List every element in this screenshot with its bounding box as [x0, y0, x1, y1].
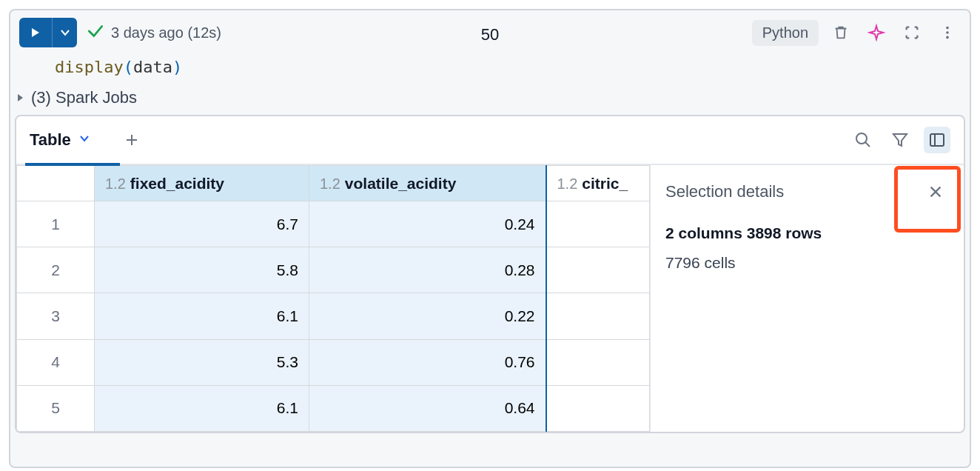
cell[interactable]: 0.28 [309, 247, 546, 293]
cell[interactable] [546, 385, 650, 431]
selection-panel: Selection details 2 columns 3898 rows 77… [650, 165, 964, 432]
more-button[interactable] [934, 19, 961, 46]
row-number: 3 [17, 293, 95, 339]
run-button[interactable] [19, 18, 52, 47]
spark-jobs-toggle[interactable]: (3) Spark Jobs [10, 84, 970, 115]
status-block: 3 days ago (12s) [86, 21, 221, 44]
svg-rect-4 [930, 134, 944, 146]
selection-title: Selection details [665, 182, 784, 201]
table-row[interactable]: 5 6.1 0.64 [17, 385, 650, 431]
svg-point-3 [856, 133, 867, 144]
cell[interactable] [546, 247, 650, 293]
code-line[interactable]: display(data) [10, 55, 970, 84]
chevron-down-icon [78, 133, 90, 147]
table-row[interactable]: 1 6.7 0.24 [17, 201, 650, 247]
run-menu-button[interactable] [52, 18, 77, 47]
code-func: display [55, 58, 124, 76]
cell[interactable] [546, 293, 650, 339]
code-var: data [133, 58, 172, 76]
type-label: 1.2 [105, 176, 126, 192]
cell[interactable]: 5.8 [95, 247, 309, 293]
cell-toolbar: 3 days ago (12s) 50 Python [10, 10, 970, 55]
column-name: citric_ [582, 175, 628, 192]
type-label: 1.2 [320, 176, 340, 192]
type-label: 1.2 [557, 176, 578, 192]
row-number: 2 [17, 247, 95, 293]
column-header[interactable]: 1.2volatile_acidity [309, 166, 546, 201]
filter-button[interactable] [887, 127, 913, 153]
language-badge[interactable]: Python [752, 20, 819, 46]
run-button-group [19, 18, 77, 47]
cell[interactable] [546, 201, 650, 247]
check-icon [86, 21, 105, 44]
column-header[interactable]: 1.2fixed_acidity [95, 166, 309, 201]
status-text: 3 days ago (12s) [111, 24, 221, 41]
spark-jobs-label: (3) Spark Jobs [31, 88, 137, 107]
table-row[interactable]: 3 6.1 0.22 [17, 293, 650, 339]
column-header[interactable]: 1.2citric_ [546, 166, 650, 201]
assistant-button[interactable] [863, 19, 890, 46]
expand-button[interactable] [899, 19, 925, 46]
cell[interactable]: 6.1 [95, 293, 309, 339]
cell[interactable]: 6.1 [95, 385, 309, 431]
cell[interactable]: 0.24 [309, 201, 546, 247]
row-number: 1 [17, 201, 95, 247]
column-name: volatile_acidity [345, 175, 457, 192]
table-row[interactable]: 2 5.8 0.28 [17, 247, 650, 293]
selection-cells: 7796 cells [665, 254, 949, 272]
column-name: fixed_acidity [130, 175, 224, 192]
search-button[interactable] [850, 127, 876, 153]
cell[interactable] [546, 339, 650, 385]
delete-button[interactable] [828, 19, 854, 46]
paren-open: ( [124, 58, 133, 76]
table-row[interactable]: 4 5.3 0.76 [17, 339, 650, 385]
selection-summary: 2 columns 3898 rows [665, 224, 949, 242]
cell[interactable]: 0.64 [309, 385, 546, 431]
svg-point-1 [946, 31, 949, 34]
row-number: 5 [17, 385, 95, 431]
triangle-right-icon [15, 93, 25, 103]
cell[interactable]: 0.76 [309, 339, 546, 385]
results-panel: Table [15, 115, 965, 433]
data-table: 1.2fixed_acidity 1.2volatile_acidity 1.2… [16, 165, 650, 432]
paren-close: ) [172, 58, 182, 76]
table-area: 1.2fixed_acidity 1.2volatile_acidity 1.2… [16, 165, 964, 432]
cell[interactable]: 6.7 [95, 201, 309, 247]
row-number-header[interactable] [17, 166, 95, 201]
cell[interactable]: 5.3 [95, 339, 309, 385]
row-number: 4 [17, 339, 95, 385]
tab-table[interactable]: Table [30, 116, 90, 164]
svg-point-0 [946, 27, 949, 30]
cell-number: 50 [481, 25, 499, 44]
tabs-row: Table [16, 116, 964, 165]
tab-label: Table [30, 130, 71, 150]
add-tab-button[interactable] [118, 127, 145, 153]
side-panel-button[interactable] [924, 127, 950, 153]
cell[interactable]: 0.22 [309, 293, 546, 339]
svg-point-2 [946, 36, 949, 39]
close-button[interactable] [922, 178, 949, 205]
